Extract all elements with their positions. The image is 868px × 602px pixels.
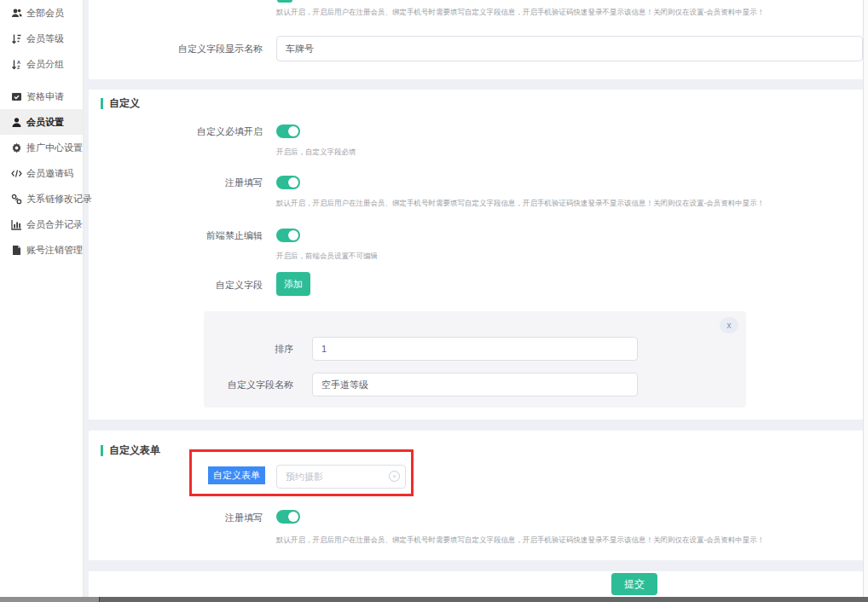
page-background: 全部会员 会员等级 AZ 会员分组 资格申请 会员设置 推广中心设置 [0, 0, 868, 602]
sidebar-item-label: 账号注销管理 [26, 244, 83, 257]
sidebar-item-member-settings[interactable]: 会员设置 [0, 109, 83, 135]
sidebar-item-member-levels[interactable]: 会员等级 [0, 26, 83, 51]
register-fill-toggle[interactable] [276, 176, 300, 189]
sidebar-item-promotion-settings[interactable]: 推广中心设置 [0, 135, 83, 160]
section-header: 自定义 [101, 96, 140, 111]
register-fill-hint: 默认开启，开启后用户在注册会员、绑定手机号时需要填写自定义字段信息，开启手机验证… [276, 535, 764, 545]
sort-input[interactable] [312, 337, 638, 361]
sidebar-item-all-members[interactable]: 全部会员 [0, 0, 83, 26]
submit-button[interactable]: 提交 [611, 573, 657, 595]
custom-required-label: 自定义必填开启 [89, 124, 263, 138]
sidebar-item-label: 会员邀请码 [26, 167, 73, 180]
section-title: 自定义表单 [109, 443, 160, 458]
sidebar-item-member-groups[interactable]: AZ 会员分组 [0, 51, 83, 77]
sidebar-item-label: 推广中心设置 [26, 142, 83, 154]
custom-required-hint: 开启后，自定义字段必填 [276, 147, 356, 157]
horizontal-scrollbar-thumb[interactable] [99, 597, 868, 602]
register-fill-label: 注册填写 [89, 511, 263, 524]
sidebar-item-account-cancel[interactable]: 账号注销管理 [0, 237, 83, 263]
field-name-input[interactable] [312, 373, 638, 397]
custom-field-card: 默认开启，开启后用户在注册会员、绑定手机号时需要填写自定义字段信息，开启手机验证… [89, 0, 863, 79]
sort-label: 排序 [204, 342, 293, 356]
sidebar: 全部会员 会员等级 AZ 会员分组 资格申请 会员设置 推广中心设置 [0, 0, 84, 597]
file-icon [11, 245, 22, 256]
sidebar-item-label: 关系链修改记录 [26, 193, 92, 205]
field-name-label: 自定义字段名称 [204, 378, 293, 391]
link-icon [11, 194, 22, 205]
section-accent-bar [101, 445, 103, 456]
code-icon [11, 168, 22, 179]
register-fill-hint: 默认开启，开启后用户在注册会员、绑定手机号时需要填写自定义字段信息，开启手机验证… [276, 198, 764, 208]
sidebar-item-label: 全部会员 [26, 7, 64, 20]
sort-az-icon: AZ [11, 59, 22, 70]
custom-field-panel: x 排序 自定义字段名称 [204, 311, 746, 408]
svg-text:Z: Z [17, 65, 20, 70]
users-icon [11, 8, 22, 19]
gear-icon [11, 142, 22, 153]
section-header: 自定义表单 [101, 443, 160, 458]
custom-section-card: 自定义 自定义必填开启 开启后，自定义字段必填 注册填写 默认开启，开启后用户在… [89, 90, 863, 420]
custom-form-card: 自定义表单 自定义表单 × 注册填写 默认开启，开启后用户在注册会员、绑定手机号… [89, 431, 863, 560]
user-icon [11, 117, 22, 128]
sidebar-item-label: 会员合并记录 [26, 218, 83, 231]
frontend-edit-label: 前端禁止编辑 [89, 229, 263, 242]
add-button[interactable]: 添加 [276, 272, 310, 296]
section-title: 自定义 [109, 96, 140, 111]
clear-input-icon[interactable]: × [389, 471, 400, 482]
sidebar-item-invite-code[interactable]: 会员邀请码 [0, 160, 83, 186]
horizontal-scrollbar [0, 597, 868, 602]
frontend-edit-toggle[interactable] [276, 229, 300, 242]
frontend-edit-hint: 开启后，前端会员设置不可编辑 [276, 251, 378, 261]
custom-field-name-input[interactable] [276, 36, 863, 61]
register-fill-toggle[interactable] [276, 510, 300, 524]
right-scroll-track [863, 0, 868, 597]
custom-required-toggle[interactable] [276, 124, 300, 138]
sidebar-item-qualification-apply[interactable]: 资格申请 [0, 84, 83, 109]
field-label: 自定义字段显示名称 [89, 42, 263, 55]
sidebar-item-label: 会员等级 [26, 32, 64, 45]
sidebar-item-label: 会员设置 [26, 116, 64, 129]
register-fill-label: 注册填写 [89, 176, 263, 189]
close-icon[interactable]: x [720, 317, 738, 333]
section-accent-bar [101, 98, 103, 109]
sidebar-item-label: 会员分组 [26, 58, 64, 71]
submit-bar: 提交 [89, 571, 863, 597]
custom-form-label: 自定义表单 [208, 466, 265, 484]
sidebar-item-label: 资格申请 [26, 90, 64, 103]
partial-toggle[interactable] [277, 0, 292, 3]
custom-form-input[interactable] [276, 465, 406, 489]
custom-field-label: 自定义字段 [89, 278, 263, 292]
sidebar-item-merge-log[interactable]: 会员合并记录 [0, 211, 83, 237]
sidebar-item-relation-chain-log[interactable]: 关系链修改记录 [0, 186, 83, 211]
sort-level-icon [11, 33, 22, 44]
svg-text:A: A [17, 59, 20, 64]
qualification-icon [11, 91, 22, 102]
field-hint: 默认开启，开启后用户在注册会员、绑定手机号时需要填写自定义字段信息，开启手机验证… [276, 7, 764, 17]
chart-icon [11, 219, 22, 230]
